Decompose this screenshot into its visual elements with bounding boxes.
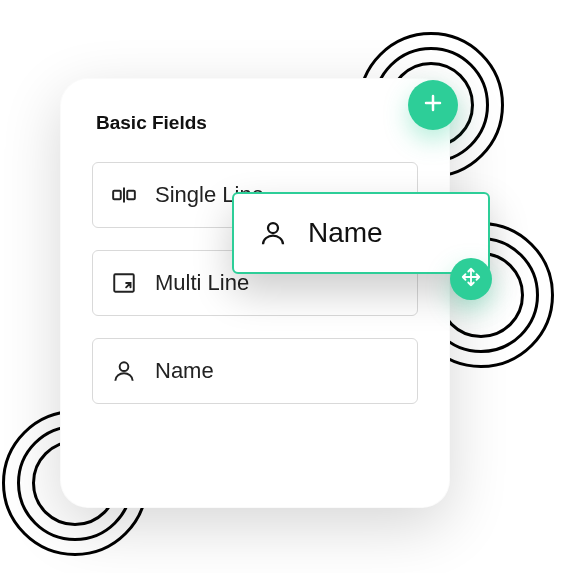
field-item-label: Multi Line [155,270,249,296]
person-icon [258,218,288,248]
svg-point-4 [120,362,129,371]
field-item-label: Name [155,358,214,384]
person-icon [111,358,137,384]
multi-line-icon [111,270,137,296]
field-item-name[interactable]: Name [92,338,418,404]
svg-rect-1 [113,191,121,200]
dragged-field-label: Name [308,217,383,249]
move-handle[interactable] [450,258,492,300]
svg-rect-2 [127,191,135,200]
panel-title: Basic Fields [96,112,418,134]
single-line-icon [111,182,137,208]
add-button[interactable] [408,80,458,130]
svg-point-5 [268,223,278,233]
plus-icon [421,91,445,119]
fields-panel: Basic Fields Single Line Multi Line [60,78,450,508]
dragged-field-card[interactable]: Name [232,192,490,274]
move-icon [460,266,482,292]
